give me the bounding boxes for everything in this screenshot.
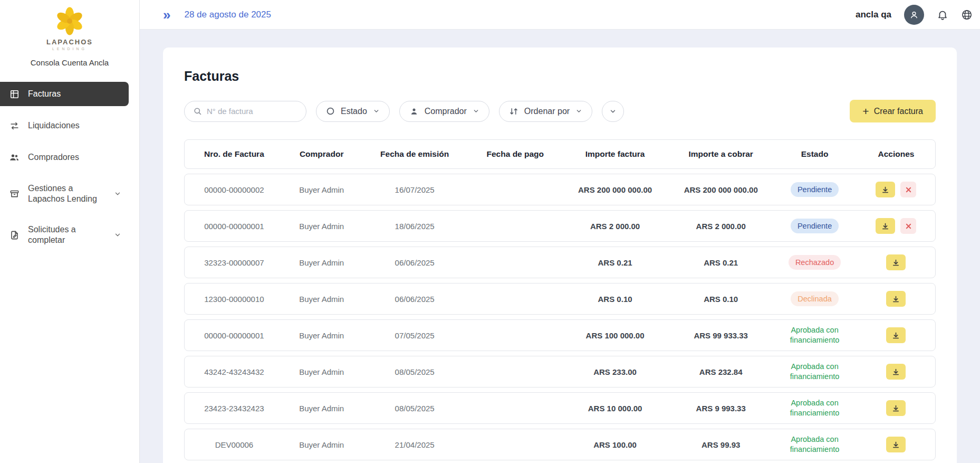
cell-fecha-emision: 16/07/2025 bbox=[360, 183, 470, 196]
search-input-wrapper bbox=[184, 101, 306, 122]
chevron-down-icon bbox=[114, 190, 121, 197]
cell-fecha-emision: 08/05/2025 bbox=[360, 365, 470, 379]
app-root: LAPACHOS LENDING Consola Cuenta Ancla Fa… bbox=[0, 0, 980, 463]
table-row[interactable]: 43242-43243432 Buyer Admin 08/05/2025 AR… bbox=[184, 356, 936, 388]
invoice-table: Nro. de Factura Comprador Fecha de emisi… bbox=[184, 139, 936, 463]
header-acciones: Acciones bbox=[857, 147, 935, 161]
cell-nro: 00000-00000001 bbox=[185, 329, 284, 342]
cell-acciones bbox=[857, 398, 935, 418]
download-button[interactable] bbox=[886, 327, 906, 343]
chevron-down-icon bbox=[473, 108, 479, 115]
cell-importe-cobrar: ARS 200 000 000.00 bbox=[669, 183, 772, 196]
cell-importe-cobrar: ARS 232.84 bbox=[669, 365, 772, 379]
sidebar-item-facturas[interactable]: Facturas bbox=[0, 82, 129, 106]
brand: LAPACHOS LENDING Consola Cuenta Ancla bbox=[0, 0, 139, 69]
create-invoice-label: Crear factura bbox=[874, 107, 923, 116]
download-button[interactable] bbox=[876, 182, 895, 197]
cell-importe-cobrar: ARS 99 933.33 bbox=[669, 329, 772, 342]
cell-comprador: Buyer Admin bbox=[284, 365, 360, 379]
status-badge: Rechazado bbox=[789, 255, 841, 270]
cell-fecha-pago bbox=[470, 370, 561, 374]
cell-estado: Rechazado bbox=[772, 253, 857, 272]
cell-importe-cobrar: ARS 0.21 bbox=[669, 256, 772, 269]
cell-importe-factura: ARS 233.00 bbox=[561, 365, 669, 379]
cell-comprador: Buyer Admin bbox=[284, 183, 360, 196]
cancel-button[interactable] bbox=[900, 182, 916, 197]
cell-importe-factura: ARS 100 000.00 bbox=[561, 329, 669, 342]
cell-nro: 12300-00000010 bbox=[185, 292, 284, 306]
transfer-icon bbox=[8, 120, 20, 131]
sidebar-item-label: Facturas bbox=[28, 89, 61, 99]
cell-nro: 32323-00000007 bbox=[185, 256, 284, 269]
logo-subtitle: LENDING bbox=[4, 47, 135, 51]
sidebar-menu: Facturas Liquidaciones Compradores Gesti… bbox=[0, 82, 139, 252]
cell-fecha-pago bbox=[470, 260, 561, 264]
cell-importe-factura: ARS 0.21 bbox=[561, 256, 669, 269]
ordenar-filter[interactable]: Ordenar por bbox=[499, 101, 592, 122]
sidebar-expand-icon[interactable]: » bbox=[163, 8, 170, 22]
sidebar-item-compradores[interactable]: Compradores bbox=[0, 145, 129, 169]
cell-estado: Declinada bbox=[772, 289, 857, 309]
status-badge: Aprobada con financiamiento bbox=[775, 323, 854, 348]
cell-acciones bbox=[857, 325, 935, 345]
sidebar-item-label: Solicitudes a completar bbox=[28, 224, 106, 245]
comprador-filter[interactable]: Comprador bbox=[399, 101, 489, 122]
cell-fecha-emision: 08/05/2025 bbox=[360, 402, 470, 415]
create-invoice-button[interactable]: + Crear factura bbox=[850, 100, 936, 122]
comprador-filter-label: Comprador bbox=[425, 107, 467, 116]
table-row[interactable]: 00000-00000002 Buyer Admin 16/07/2025 AR… bbox=[184, 174, 936, 205]
header-fecha-emision: Fecha de emisión bbox=[360, 147, 470, 161]
cell-importe-cobrar: ARS 99.93 bbox=[669, 438, 772, 451]
sidebar-item-liquidaciones[interactable]: Liquidaciones bbox=[0, 114, 129, 138]
cancel-button[interactable] bbox=[900, 218, 916, 234]
sidebar-item-solicitudes[interactable]: Solicitudes a completar bbox=[0, 218, 129, 252]
download-button[interactable] bbox=[886, 291, 906, 307]
cell-nro: 00000-00000001 bbox=[185, 220, 284, 233]
cell-importe-factura: ARS 0.10 bbox=[561, 292, 669, 306]
cell-fecha-pago bbox=[470, 406, 561, 410]
grid-icon bbox=[8, 88, 20, 100]
estado-filter[interactable]: Estado bbox=[316, 101, 390, 122]
header-fecha-pago: Fecha de pago bbox=[470, 147, 561, 161]
cell-fecha-pago bbox=[470, 442, 561, 447]
download-button[interactable] bbox=[886, 437, 906, 452]
table-row[interactable]: 23423-23432423 Buyer Admin 08/05/2025 AR… bbox=[184, 392, 936, 424]
cell-estado: Aprobada con financiamiento bbox=[772, 430, 857, 459]
download-icon bbox=[892, 295, 900, 303]
table-row[interactable]: DEV00006 Buyer Admin 21/04/2025 ARS 100.… bbox=[184, 429, 936, 460]
more-filters-button[interactable] bbox=[602, 101, 624, 122]
avatar[interactable] bbox=[904, 5, 924, 25]
facturas-card: Facturas Estado bbox=[163, 48, 957, 463]
table-row[interactable]: 12300-00000010 Buyer Admin 06/06/2025 AR… bbox=[184, 283, 936, 315]
cell-nro: 43242-43243432 bbox=[185, 365, 284, 379]
search-input[interactable] bbox=[207, 107, 297, 116]
download-button[interactable] bbox=[886, 364, 906, 380]
bell-icon[interactable] bbox=[937, 9, 948, 21]
sidebar-item-gestiones[interactable]: Gestiones a Lapachos Lending bbox=[0, 177, 129, 211]
cell-comprador: Buyer Admin bbox=[284, 438, 360, 451]
cell-estado: Aprobada con financiamiento bbox=[772, 357, 857, 386]
download-button[interactable] bbox=[886, 254, 906, 270]
cell-fecha-emision: 07/05/2025 bbox=[360, 329, 470, 342]
cancel-x-icon bbox=[906, 223, 911, 229]
cell-nro: DEV00006 bbox=[185, 438, 284, 451]
table-row[interactable]: 32323-00000007 Buyer Admin 06/06/2025 AR… bbox=[184, 247, 936, 278]
status-badge: Declinada bbox=[791, 291, 839, 307]
cell-acciones bbox=[857, 289, 935, 309]
search-icon bbox=[193, 107, 202, 116]
cell-acciones bbox=[857, 434, 935, 455]
table-row[interactable]: 00000-00000001 Buyer Admin 07/05/2025 AR… bbox=[184, 319, 936, 351]
download-button[interactable] bbox=[876, 218, 895, 234]
download-icon bbox=[892, 441, 900, 449]
cell-estado: Pendiente bbox=[772, 180, 857, 200]
cell-comprador: Buyer Admin bbox=[284, 220, 360, 233]
cell-nro: 00000-00000002 bbox=[185, 183, 284, 196]
cell-importe-factura: ARS 100.00 bbox=[561, 438, 669, 451]
sidebar-item-label: Liquidaciones bbox=[28, 120, 80, 131]
header-nro: Nro. de Factura bbox=[185, 147, 284, 161]
table-row[interactable]: 00000-00000001 Buyer Admin 18/06/2025 AR… bbox=[184, 210, 936, 242]
chevron-down-icon bbox=[575, 108, 582, 115]
console-label: Consola Cuenta Ancla bbox=[4, 58, 135, 67]
globe-icon[interactable] bbox=[961, 9, 973, 21]
download-button[interactable] bbox=[886, 400, 906, 416]
